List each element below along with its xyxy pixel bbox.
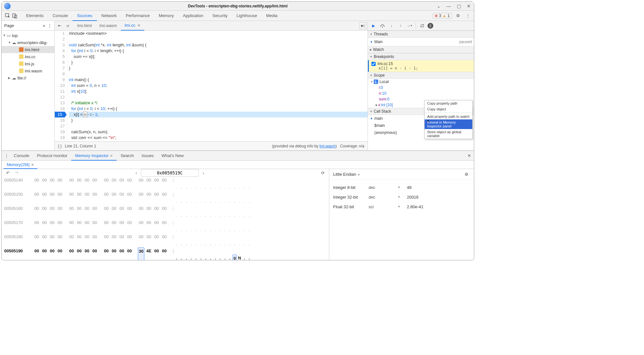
value-integer-32-bit: Integer 32-bitdec▼20016 xyxy=(333,192,470,202)
maximize-button[interactable]: ▢ xyxy=(456,4,462,9)
address-input[interactable] xyxy=(141,169,199,177)
thread-main[interactable]: ➧Mainpaused xyxy=(368,38,474,45)
prev-page-icon[interactable]: ‹ xyxy=(134,171,139,175)
value-pane-header: Little Endian ▼ ⚙ xyxy=(329,169,474,180)
drawer-tab-console[interactable]: Console xyxy=(10,151,33,161)
main-tab-elements[interactable]: Elements xyxy=(22,11,48,21)
main-tab-sources[interactable]: Sources xyxy=(72,11,97,21)
resume-icon[interactable]: ▶ xyxy=(370,22,377,29)
step-over-icon[interactable] xyxy=(379,22,386,29)
main-tab-memory[interactable]: Memory xyxy=(154,11,178,21)
main-tab-security[interactable]: Security xyxy=(208,11,232,21)
more-tabs-icon[interactable]: » xyxy=(43,23,45,28)
svg-rect-1 xyxy=(13,14,15,17)
coverage-label: Coverage: n/a xyxy=(340,144,364,148)
close-icon[interactable]: ✕ xyxy=(110,154,113,158)
pretty-print-icon[interactable]: { } xyxy=(58,144,62,148)
file-tree: ▼▭top ▼☁emscripten-dbg- lmi.htmllmi.cclm… xyxy=(2,31,54,150)
titlebar: DevTools - emscripten-dbg-stories.netlif… xyxy=(2,2,474,11)
settings-icon[interactable]: ⚙ xyxy=(455,12,462,19)
drawer-menu-icon[interactable]: ⋮ xyxy=(3,152,10,159)
step-into-icon[interactable]: ↓ xyxy=(388,22,395,29)
step-out-icon[interactable]: ↑ xyxy=(397,22,404,29)
drawer-tabs: ⋮ ConsoleProtocol monitorMemory Inspecto… xyxy=(2,151,474,161)
error-icon: ⊗ xyxy=(435,14,438,18)
drawer-close-icon[interactable]: ✕ xyxy=(466,152,473,159)
cursor-pointer-icon: ↖ xyxy=(427,119,430,124)
watch-section[interactable]: ▶Watch xyxy=(368,46,474,53)
scope-section[interactable]: ▼Scope xyxy=(368,72,474,79)
main-tab-network[interactable]: Network xyxy=(97,11,121,21)
nav-toggle-icon[interactable]: ⇤ xyxy=(56,22,63,29)
drawer-tab-search[interactable]: Search xyxy=(117,151,138,161)
main-tab-lighthouse[interactable]: Lighthouse xyxy=(232,11,262,21)
device-toggle-icon[interactable] xyxy=(11,12,18,19)
main-tab-application[interactable]: Application xyxy=(178,11,208,21)
window-title: DevTools - emscripten-dbg-stories.netlif… xyxy=(188,4,288,8)
ctx-reveal-in-memory-inspector-panel[interactable]: Reveal in Memory Inspector panel xyxy=(425,119,472,129)
scope-var-i[interactable]: i: 0 xyxy=(370,85,474,90)
pause-exceptions-icon[interactable]: || xyxy=(428,23,433,29)
minimize-button[interactable]: — xyxy=(445,4,452,9)
close-icon[interactable]: ✕ xyxy=(31,163,34,167)
file-lmi.html[interactable]: lmi.html xyxy=(2,46,54,53)
breakpoints-section[interactable]: ▼Breakpoints xyxy=(368,53,474,60)
tree-file-proto[interactable]: ▶☁file:// xyxy=(2,74,54,81)
ctx-add-property-path-to-watch[interactable]: Add property path to watch xyxy=(425,114,472,119)
tree-top[interactable]: ▼▭top xyxy=(2,32,54,39)
value-integer-8-bit: Integer 8-bitdec▼48 xyxy=(333,182,470,192)
tree-origin[interactable]: ▼☁emscripten-dbg- xyxy=(2,39,54,46)
scope-var-n[interactable]: n: 10 xyxy=(370,90,474,96)
file-lmi.js[interactable]: lmi.js xyxy=(2,60,54,67)
breakpoint-item[interactable]: lmi.cc:15 x[i] = n - i - 1; xyxy=(368,60,474,72)
page-menu-icon[interactable]: ⋮ xyxy=(48,23,52,28)
editor-tab-lmi.wasm[interactable]: lmi.wasm xyxy=(96,21,121,31)
page-pane-header: Page » ⋮ xyxy=(2,21,54,31)
scope-local[interactable]: ▼LLocal xyxy=(370,79,474,85)
hex-viewer[interactable]: 0050514000000000000000000000000000000000… xyxy=(2,177,329,260)
ctx-copy-property-path[interactable]: Copy property path xyxy=(425,100,472,106)
more-icon[interactable]: ⋮ xyxy=(464,12,471,19)
file-lmi.wasm[interactable]: lmi.wasm xyxy=(2,67,54,74)
inspect-icon[interactable] xyxy=(4,12,11,19)
editor-status-bar: { } Line 21, Column 1 (provided via debu… xyxy=(55,141,368,150)
editor-tabs: ⇤ ◀ lmi.htmllmi.wasmlmi.cc✕ ▶| xyxy=(55,21,368,31)
issues-badge[interactable]: ⊗3 ▲1 xyxy=(432,13,452,19)
refresh-icon[interactable]: ⟳ xyxy=(319,169,326,176)
drawer-tab-what's-new[interactable]: What's New xyxy=(158,151,187,161)
ctx-copy-object[interactable]: Copy object xyxy=(425,106,472,112)
undo-icon[interactable]: ↶ xyxy=(4,169,11,176)
ctx-store-object-as-global-variable[interactable]: Store object as global variable xyxy=(425,129,472,139)
cursor-position: Line 21, Column 1 xyxy=(65,144,96,148)
value-settings-icon[interactable]: ⚙ xyxy=(463,171,470,178)
close-button[interactable]: ✕ xyxy=(466,4,472,9)
nav-back-icon[interactable]: ◀ xyxy=(64,22,71,29)
page-pane-title: Page xyxy=(4,23,14,28)
run-snippet-icon[interactable]: ▶| xyxy=(359,22,366,29)
main-tab-media[interactable]: Media xyxy=(262,11,282,21)
editor-tab-lmi.html[interactable]: lmi.html xyxy=(73,21,96,31)
memory-tab[interactable]: Memory(256)✕ xyxy=(4,161,37,169)
close-icon[interactable]: ✕ xyxy=(137,23,140,28)
memory-subtabs: Memory(256)✕ xyxy=(2,161,474,169)
value-float-32-bit: Float 32-bitsci▼2.80e-41 xyxy=(333,202,470,211)
next-page-icon[interactable]: › xyxy=(201,171,206,175)
redo-icon[interactable]: ↷ xyxy=(13,169,20,176)
step-icon[interactable]: →• xyxy=(406,22,413,29)
drawer-tab-memory-inspector[interactable]: Memory Inspector✕ xyxy=(71,151,117,161)
context-menu: Copy property pathCopy objectAdd propert… xyxy=(424,100,473,139)
code-editor[interactable]: 123456789101112131415161718192021 #inclu… xyxy=(55,31,368,141)
endian-select[interactable]: Little Endian xyxy=(333,172,356,177)
deactivate-bp-icon[interactable] xyxy=(418,22,426,29)
main-tab-performance[interactable]: Performance xyxy=(121,11,154,21)
file-lmi.cc[interactable]: lmi.cc xyxy=(2,53,54,60)
drawer-tab-protocol-monitor[interactable]: Protocol monitor xyxy=(33,151,72,161)
minimize-icon[interactable]: ⌄ xyxy=(436,4,442,9)
threads-section[interactable]: ▼Threads xyxy=(368,31,474,38)
hex-controls: ↶ ↷ ‹ › ⟳ xyxy=(2,169,329,177)
main-tab-console[interactable]: Console xyxy=(48,11,72,21)
breakpoint-checkbox[interactable] xyxy=(371,62,376,66)
editor-tab-lmi.cc[interactable]: lmi.cc✕ xyxy=(121,21,144,31)
svg-point-3 xyxy=(382,26,383,27)
drawer-tab-issues[interactable]: Issues xyxy=(138,151,158,161)
